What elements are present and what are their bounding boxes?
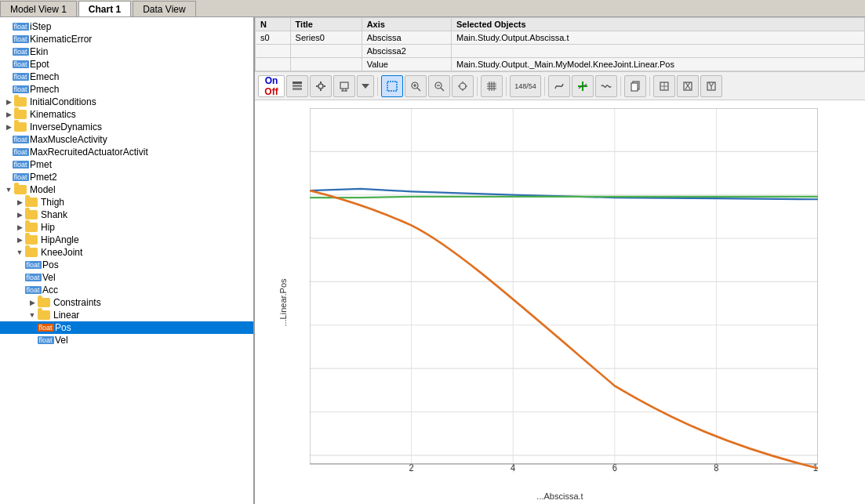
toolbar-separator xyxy=(377,77,378,96)
float-icon: float xyxy=(39,335,52,346)
svg-line-15 xyxy=(417,88,420,91)
list-item[interactable]: ▼ Linear xyxy=(0,309,253,321)
legend-button[interactable]: 148/54 xyxy=(510,75,541,97)
tab-data-view[interactable]: Data View xyxy=(133,1,195,16)
folder-icon xyxy=(14,110,27,119)
expander-icon[interactable]: ▶ xyxy=(27,297,38,308)
fit-x-button[interactable]: X xyxy=(677,75,699,97)
chart-area: N Title Axis Selected Objects s0 Series0… xyxy=(255,17,865,504)
expander-icon[interactable]: ▶ xyxy=(14,234,25,245)
dropdown-button[interactable] xyxy=(357,75,374,97)
list-item[interactable]: float Pos xyxy=(0,259,253,271)
list-item[interactable]: ▶ Thigh xyxy=(0,196,253,208)
chart-svg: 0.005 0.000 -0.005 -0.010 -0.015 -0.020 … xyxy=(310,108,818,473)
list-item[interactable]: float Vel xyxy=(0,334,253,346)
table-view-button[interactable] xyxy=(286,75,308,97)
folder-icon xyxy=(14,185,27,194)
list-item[interactable]: float Pmet2 xyxy=(0,171,253,183)
toolbar-separator xyxy=(620,77,621,96)
float-icon: float xyxy=(27,259,39,270)
data-table: N Title Axis Selected Objects s0 Series0… xyxy=(255,17,865,72)
x-axis-label: ...Abscissa.t xyxy=(536,491,583,501)
svg-line-19 xyxy=(441,88,444,91)
col-title: Title xyxy=(290,18,362,31)
folder-icon xyxy=(14,97,27,107)
col-selected-objects: Selected Objects xyxy=(451,18,864,31)
list-item-pos-selected[interactable]: float Pos xyxy=(0,321,253,334)
fit-all-button[interactable] xyxy=(653,75,675,97)
fit-y-button[interactable]: Y xyxy=(700,75,722,97)
svg-rect-13 xyxy=(387,82,397,91)
float-icon: float xyxy=(14,147,27,158)
list-item[interactable]: float Vel xyxy=(0,271,253,284)
list-item[interactable]: ▶ Kinematics xyxy=(0,108,253,121)
onoff-button[interactable]: On Off xyxy=(258,75,285,97)
expander-icon[interactable]: ▶ xyxy=(14,209,25,220)
toolbar-separator xyxy=(506,77,507,96)
float-icon: float xyxy=(14,172,27,183)
float-icon: float xyxy=(14,159,27,170)
list-item[interactable]: ▶ Shank xyxy=(0,208,253,221)
expander-icon[interactable]: ▼ xyxy=(14,247,25,258)
table-row: Abscissa2 xyxy=(256,45,865,58)
sidebar-tree[interactable]: float iStep float KinematicError float E… xyxy=(0,17,255,504)
list-item[interactable]: ▶ HipAngle xyxy=(0,234,253,246)
col-n: N xyxy=(256,18,291,31)
expander-icon[interactable]: ▶ xyxy=(3,96,14,107)
toolbar-separator xyxy=(544,77,545,96)
expander-icon[interactable]: ▶ xyxy=(3,109,14,120)
expander-icon[interactable]: ▼ xyxy=(3,184,14,195)
list-item[interactable]: float Pmech xyxy=(0,83,253,96)
float-icon: float xyxy=(14,84,27,95)
folder-icon xyxy=(38,298,50,307)
zoom-select-button[interactable] xyxy=(381,75,403,97)
chart-plot: ...Linear.Pos ...Abscissa.t 0.005 xyxy=(255,100,865,504)
list-item[interactable]: ▼ KneeJoint xyxy=(0,246,253,259)
zoom-out-button[interactable] xyxy=(428,75,450,97)
float-icon: float xyxy=(27,272,39,283)
list-item[interactable]: ▶ Constraints xyxy=(0,296,253,309)
list-item[interactable]: float Epot xyxy=(0,58,253,71)
float-icon: float xyxy=(14,59,27,70)
list-item[interactable]: ▶ InitialConditions xyxy=(0,96,253,108)
list-item[interactable]: float KinematicError xyxy=(0,33,253,45)
folder-icon xyxy=(25,210,38,219)
float-icon: float xyxy=(14,34,27,45)
expander-icon[interactable]: ▶ xyxy=(3,121,14,132)
list-item[interactable]: ▶ InverseDynamics xyxy=(0,121,253,133)
svg-text:Y: Y xyxy=(708,81,714,92)
folder-icon xyxy=(25,198,38,207)
y-axis-label: ...Linear.Pos xyxy=(278,278,288,326)
list-item[interactable]: float MaxMuscleActivity xyxy=(0,133,253,146)
list-item[interactable]: float Ekin xyxy=(0,45,253,58)
settings-button[interactable] xyxy=(310,75,332,97)
list-item[interactable]: float iStep xyxy=(0,20,253,33)
line-style-button[interactable] xyxy=(548,75,570,97)
grid-button[interactable] xyxy=(481,75,503,97)
table-row: Value Main.Study.Output._Main.MyModel.Kn… xyxy=(256,58,865,71)
svg-rect-5 xyxy=(320,89,322,91)
wave-button[interactable] xyxy=(595,75,617,97)
zoom-in-button[interactable] xyxy=(405,75,427,97)
expander-icon[interactable]: ▶ xyxy=(14,222,25,233)
export-button[interactable] xyxy=(333,75,355,97)
expander-icon[interactable]: ▶ xyxy=(14,197,25,208)
add-series-button[interactable] xyxy=(572,75,594,97)
list-item[interactable]: float Acc xyxy=(0,284,253,296)
pan-button[interactable] xyxy=(452,75,474,97)
toolbar-separator xyxy=(477,77,478,96)
list-item[interactable]: float MaxRecruitedActuatorActivit xyxy=(0,146,253,158)
svg-marker-12 xyxy=(362,84,369,89)
float-icon: float xyxy=(14,21,27,32)
copy-button[interactable] xyxy=(624,75,646,97)
expander-icon[interactable]: ▼ xyxy=(27,310,38,321)
tab-model-view[interactable]: Model View 1 xyxy=(0,1,77,16)
svg-rect-8 xyxy=(340,82,348,89)
tab-chart[interactable]: Chart 1 xyxy=(78,1,131,16)
main-layout: float iStep float KinematicError float E… xyxy=(0,17,865,504)
list-item[interactable]: ▼ Model xyxy=(0,183,253,196)
list-item[interactable]: float Pmet xyxy=(0,158,253,171)
list-item[interactable]: float Emech xyxy=(0,71,253,83)
svg-rect-6 xyxy=(316,85,318,87)
list-item[interactable]: ▶ Hip xyxy=(0,221,253,234)
